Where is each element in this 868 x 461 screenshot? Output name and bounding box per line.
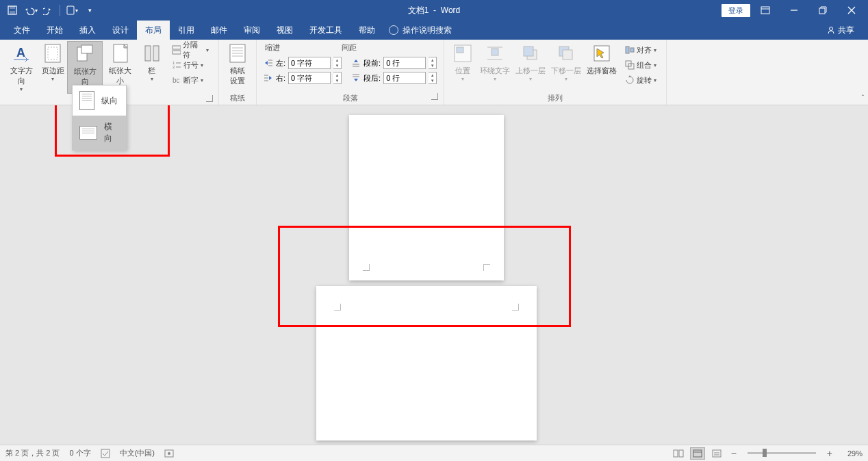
svg-rect-51: [626, 47, 629, 53]
manuscript-settings-button[interactable]: 稿纸 设置: [223, 41, 252, 86]
indent-right-spinner[interactable]: 右:▲▼: [264, 70, 342, 85]
save-icon[interactable]: [4, 2, 21, 18]
send-backward-button: 下移一层▾: [548, 41, 584, 82]
line-numbers-button[interactable]: 12行号▾: [169, 57, 212, 73]
hyphenation-button[interactable]: bc断字▾: [169, 73, 212, 88]
tab-insert[interactable]: 插入: [71, 21, 104, 40]
svg-rect-52: [630, 48, 634, 52]
tab-file[interactable]: 文件: [5, 21, 38, 40]
status-macro-icon[interactable]: [164, 449, 174, 458]
indent-left-spinner[interactable]: 左:▲▼: [264, 55, 342, 70]
zoom-level[interactable]: 29%: [839, 449, 863, 458]
svg-rect-42: [457, 47, 463, 53]
spacing-before-spinner[interactable]: 段前:▲▼: [351, 55, 437, 70]
page-2[interactable]: [316, 286, 537, 440]
status-word-count[interactable]: 0 个字: [69, 448, 90, 458]
page-setup-dialog-launcher[interactable]: [206, 95, 213, 102]
svg-rect-1: [10, 6, 15, 9]
login-button[interactable]: 登录: [722, 4, 750, 17]
svg-rect-58: [674, 450, 678, 457]
group-icon: [625, 60, 635, 70]
manuscript-icon: [227, 42, 248, 64]
share-icon: [827, 26, 835, 34]
touch-mode-icon[interactable]: ▾: [64, 2, 80, 18]
spacing-after-spinner[interactable]: 段后:▲▼: [351, 70, 437, 85]
zoom-out-button[interactable]: −: [728, 448, 739, 459]
svg-rect-4: [761, 7, 769, 14]
paragraph-dialog-launcher[interactable]: [431, 93, 438, 100]
ribbon-display-icon[interactable]: [752, 0, 779, 21]
tab-help[interactable]: 帮助: [350, 21, 383, 40]
orientation-portrait-item[interactable]: 纵向: [73, 85, 126, 116]
minimize-icon[interactable]: [780, 0, 808, 21]
orientation-dropdown: 纵向 横向: [72, 85, 127, 150]
qat-customize-icon[interactable]: ▾: [81, 2, 98, 18]
tab-view[interactable]: 视图: [268, 21, 301, 40]
breaks-button[interactable]: 分隔符▾: [169, 42, 212, 57]
ribbon-tabs: 文件 开始 插入 设计 布局 引用 邮件 审阅 视图 开发工具 帮助 操作说明搜…: [0, 21, 868, 40]
tab-layout[interactable]: 布局: [137, 21, 170, 40]
status-spellcheck-icon[interactable]: [101, 449, 110, 458]
view-read-mode[interactable]: [671, 447, 686, 460]
indent-right-icon: [264, 73, 273, 83]
align-button: 对齐▾: [622, 42, 659, 57]
group-manuscript: 稿纸 设置 稿纸: [219, 40, 257, 105]
selection-pane-icon: [591, 42, 613, 64]
tab-review[interactable]: 审阅: [235, 21, 268, 40]
rotate-icon: [625, 75, 635, 85]
group-label-manuscript: 稿纸: [223, 92, 252, 105]
restore-icon[interactable]: [809, 0, 837, 21]
zoom-in-button[interactable]: +: [824, 448, 835, 459]
tab-design[interactable]: 设计: [104, 21, 137, 40]
line-numbers-icon: 12: [172, 60, 181, 70]
svg-rect-60: [693, 450, 702, 457]
view-print-layout[interactable]: [690, 447, 705, 460]
document-area[interactable]: [0, 105, 868, 445]
svg-rect-55: [101, 449, 110, 458]
page-1[interactable]: [349, 115, 504, 280]
svg-rect-17: [145, 46, 151, 61]
breaks-icon: [172, 45, 181, 55]
status-page[interactable]: 第 2 页，共 2 页: [5, 448, 60, 458]
status-bar: 第 2 页，共 2 页 0 个字 中文(中国) − + 29%: [0, 445, 868, 461]
wrap-text-button: 环绕文字▾: [477, 41, 513, 82]
tab-home[interactable]: 开始: [38, 21, 71, 40]
group-label-arrange: 排列: [448, 92, 662, 105]
size-icon: [110, 42, 131, 64]
quick-access-toolbar: ▾ ▾ ▾: [0, 2, 98, 18]
svg-text:bc: bc: [173, 77, 180, 84]
columns-icon: [141, 42, 163, 64]
orientation-landscape-item[interactable]: 横向: [73, 116, 126, 150]
indent-heading: 缩进: [265, 42, 280, 53]
share-button[interactable]: 共享: [827, 25, 854, 36]
view-web-layout[interactable]: [709, 447, 724, 460]
bring-forward-button: 上移一层▾: [513, 41, 548, 82]
tab-devtools[interactable]: 开发工具: [301, 21, 350, 40]
title-bar: ▾ ▾ ▾ 文档1 - Word 登录: [0, 0, 868, 21]
tab-references[interactable]: 引用: [170, 21, 203, 40]
margins-button[interactable]: 页边距▾: [38, 41, 67, 82]
redo-icon[interactable]: [40, 2, 56, 18]
text-direction-button[interactable]: A 文字方向▾: [4, 41, 38, 92]
spacing-before-icon: [351, 58, 361, 68]
svg-rect-15: [81, 45, 92, 53]
zoom-slider[interactable]: [748, 452, 816, 454]
group-label-paragraph: 段落: [343, 94, 358, 102]
spacing-after-icon: [351, 73, 361, 83]
svg-point-57: [168, 452, 170, 455]
svg-rect-3: [67, 6, 74, 14]
undo-icon[interactable]: ▾: [22, 2, 38, 18]
columns-button[interactable]: 栏▾: [138, 41, 166, 82]
svg-rect-18: [153, 46, 159, 61]
tell-me-search[interactable]: 操作说明搜索: [389, 25, 452, 36]
tab-mail[interactable]: 邮件: [203, 21, 235, 40]
selection-pane-button[interactable]: 选择窗格: [584, 41, 620, 76]
svg-rect-49: [563, 50, 572, 60]
collapse-ribbon-icon[interactable]: ˆ: [862, 94, 864, 102]
close-icon[interactable]: [838, 0, 865, 21]
svg-text:2: 2: [173, 65, 175, 69]
group-paragraph: 缩进 间距 左:▲▼ 右:▲▼ 段前:▲▼ 段后:▲▼ 段落: [257, 40, 444, 105]
svg-text:A: A: [16, 46, 25, 60]
status-language[interactable]: 中文(中国): [120, 448, 155, 458]
svg-rect-7: [819, 8, 825, 14]
